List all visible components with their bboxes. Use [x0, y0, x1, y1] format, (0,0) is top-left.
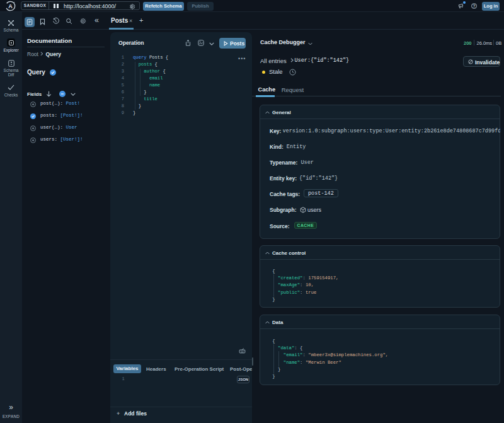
- svg-text:A: A: [8, 3, 13, 9]
